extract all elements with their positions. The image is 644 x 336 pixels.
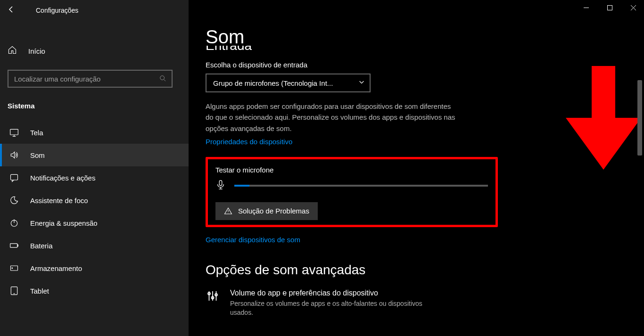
microphone-icon [215, 180, 226, 192]
message-icon [9, 173, 19, 182]
svg-rect-5 [17, 245, 18, 246]
mixer-icon [206, 289, 220, 305]
display-icon [9, 128, 19, 137]
warning-icon [224, 207, 232, 215]
input-device-label: Escolha o dispositivo de entrada [206, 61, 490, 69]
svg-rect-1 [10, 129, 18, 135]
nav-label: Tela [30, 129, 43, 137]
close-button[interactable] [622, 0, 644, 15]
advanced-option-title: Volume do app e preferências do disposit… [230, 289, 447, 297]
home-icon [8, 45, 17, 57]
svg-rect-2 [11, 174, 18, 180]
minimize-button[interactable] [575, 0, 597, 15]
section-heading-entrada: Entrada [206, 46, 490, 50]
nav-item-tela[interactable]: Tela [0, 121, 189, 144]
search-input[interactable] [14, 75, 159, 83]
main-content: Som Entrada Escolha o dispositivo de ent… [189, 0, 644, 336]
sidebar: Configurações Início Sistema Tela [0, 0, 189, 336]
search-input-box[interactable] [8, 70, 173, 88]
storage-icon [9, 263, 19, 273]
nav-label: Armazenamento [30, 264, 82, 272]
moon-icon [9, 196, 19, 205]
advanced-option-app-volume[interactable]: Volume do app e preferências do disposit… [206, 289, 490, 318]
manage-devices-link[interactable]: Gerenciar dispositivos de som [206, 236, 300, 244]
settings-window: Configurações Início Sistema Tela [0, 0, 644, 336]
svg-rect-9 [607, 5, 612, 10]
input-device-dropdown[interactable]: Grupo de microfones (Tecnologia Int... [206, 74, 371, 92]
svg-rect-10 [219, 180, 222, 186]
svg-point-7 [12, 268, 13, 269]
nav-label: Assistente de foco [30, 197, 88, 205]
mic-level-fill [234, 185, 249, 187]
nav-item-bateria[interactable]: Bateria [0, 234, 189, 257]
titlebar-controls [575, 0, 644, 15]
nav-item-armazenamento[interactable]: Armazenamento [0, 257, 189, 279]
advanced-option-desc: Personalize os volumes de apps e os alto… [230, 299, 447, 318]
nav-item-notificacoes[interactable]: Notificações e ações [0, 166, 189, 189]
input-device-value: Grupo de microfones (Tecnologia Int... [213, 79, 358, 87]
back-arrow-icon[interactable] [8, 6, 15, 15]
chevron-down-icon [358, 79, 365, 87]
nav-item-assistente-foco[interactable]: Assistente de foco [0, 189, 189, 212]
test-mic-label: Testar o microfone [215, 166, 488, 174]
device-properties-link[interactable]: Propriedades do dispositivo [206, 138, 292, 146]
sidebar-category: Sistema [0, 97, 189, 121]
sound-icon [9, 150, 19, 160]
home-button[interactable]: Início [0, 38, 189, 63]
home-label: Início [28, 47, 45, 55]
page-title: Som [206, 26, 490, 48]
tablet-icon [9, 286, 19, 295]
nav-item-energia[interactable]: Energia & suspensão [0, 212, 189, 234]
nav-label: Tablet [30, 287, 49, 295]
nav-item-tablet[interactable]: Tablet [0, 279, 189, 302]
nav-label: Notificações e ações [30, 174, 95, 182]
annotation-red-arrow [566, 66, 641, 172]
nav-item-som[interactable]: Som [0, 144, 189, 166]
nav-label: Bateria [30, 242, 53, 250]
troubleshoot-button[interactable]: Solução de Problemas [215, 202, 318, 220]
search-icon [159, 75, 166, 83]
window-title: Configurações [36, 7, 78, 14]
maximize-button[interactable] [599, 0, 620, 15]
vertical-scrollbar[interactable] [636, 19, 642, 330]
mic-level-meter [234, 185, 488, 187]
svg-rect-4 [10, 244, 17, 247]
nav-label: Som [30, 151, 45, 159]
nav-label: Energia & suspensão [30, 219, 98, 227]
svg-point-0 [160, 75, 165, 80]
battery-icon [9, 241, 19, 250]
input-device-description: Alguns apps podem ser configurados para … [206, 101, 460, 134]
power-icon [9, 218, 19, 228]
annotation-highlight-box: Testar o microfone Solução de Problemas [206, 157, 498, 227]
advanced-options-heading: Opções de som avançadas [206, 262, 490, 278]
troubleshoot-label: Solução de Problemas [238, 207, 309, 215]
